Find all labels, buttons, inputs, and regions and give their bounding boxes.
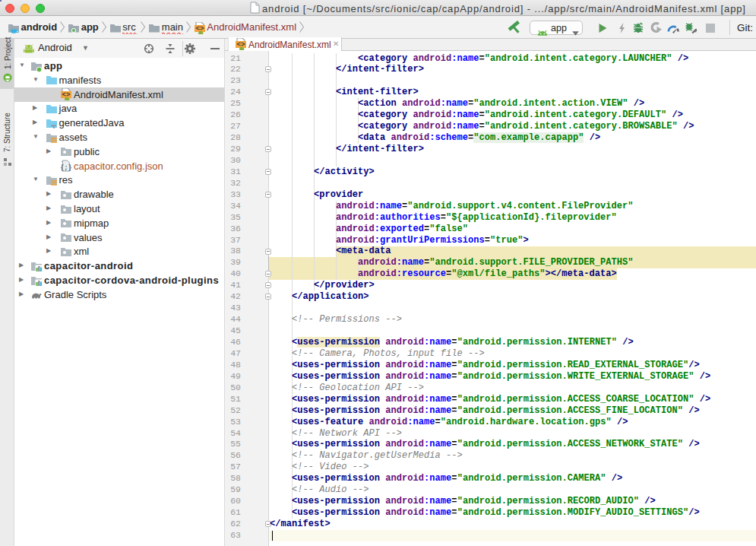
svg-text:{;}: {;}	[60, 164, 71, 172]
